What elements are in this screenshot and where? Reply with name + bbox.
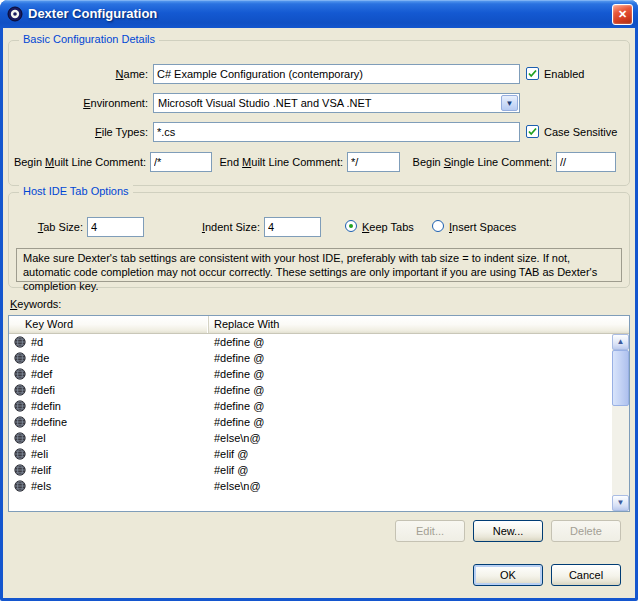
- list-item[interactable]: #el #else\n@: [9, 430, 612, 446]
- replace-cell: #define @: [209, 368, 264, 380]
- scroll-up-button[interactable]: ▲: [612, 334, 629, 350]
- list-header: Key Word Replace With: [9, 316, 629, 334]
- edit-button: Edit...: [395, 520, 465, 542]
- file-types-input[interactable]: [153, 122, 520, 142]
- tab-size-label: Tab Size:: [28, 217, 83, 237]
- keyword-cell: #def: [31, 368, 52, 380]
- scroll-down-icon: ▼: [613, 496, 628, 510]
- enabled-checkbox[interactable]: [526, 67, 539, 80]
- list-rows: #d #define @ #de #define @ #def #define …: [9, 334, 612, 511]
- list-item[interactable]: #els #else\n@: [9, 478, 612, 494]
- scrollbar-thumb[interactable]: [612, 350, 629, 406]
- insert-spaces-label: Insert Spaces: [449, 217, 516, 237]
- ok-button[interactable]: OK: [473, 564, 543, 586]
- replace-cell: #define @: [209, 416, 264, 428]
- keep-tabs-radio[interactable]: [345, 220, 357, 232]
- list-item[interactable]: #d #define @: [9, 334, 612, 350]
- insert-spaces-radio[interactable]: [432, 220, 444, 232]
- keywords-list: Key Word Replace With #d #define @ #de #…: [8, 315, 630, 512]
- dialog-window: Dexter Configuration ✕ Basic Configurati…: [0, 0, 638, 601]
- environment-select[interactable]: Microsoft Visual Studio .NET and VSA .NE…: [153, 93, 520, 113]
- keyword-cell: #eli: [31, 448, 48, 460]
- radio-dot-icon: [349, 224, 353, 228]
- keep-tabs-label: Keep Tabs: [362, 217, 414, 237]
- list-item[interactable]: #defin #define @: [9, 398, 612, 414]
- globe-icon: [14, 384, 26, 396]
- list-item[interactable]: #elif #elif @: [9, 462, 612, 478]
- name-label: Name:: [13, 64, 148, 84]
- end-multiline-comment-input[interactable]: [347, 152, 400, 172]
- tab-options-group-caption: Host IDE Tab Options: [19, 185, 133, 197]
- tab-size-input[interactable]: [87, 217, 144, 237]
- tab-settings-note: Make sure Dexter's tab settings are cons…: [16, 248, 622, 282]
- begin-multiline-comment-label: Begin Muilt Line Comment:: [13, 152, 146, 172]
- basic-group-caption: Basic Configuration Details: [19, 33, 159, 45]
- case-sensitive-checkbox[interactable]: [526, 125, 539, 138]
- replace-cell: #elif @: [209, 464, 248, 476]
- globe-icon: [14, 336, 26, 348]
- globe-icon: [14, 480, 26, 492]
- replace-cell: #define @: [209, 384, 264, 396]
- scroll-up-icon: ▲: [613, 335, 628, 349]
- indent-size-label: Indent Size:: [158, 217, 260, 237]
- column-header-keyword[interactable]: Key Word: [9, 316, 209, 333]
- globe-icon: [14, 352, 26, 364]
- keywords-label: Keywords:: [10, 294, 61, 314]
- globe-icon: [14, 416, 26, 428]
- list-item[interactable]: #def #define @: [9, 366, 612, 382]
- begin-single-line-comment-label: Begin Single Line Comment:: [403, 152, 552, 172]
- keyword-cell: #define: [31, 416, 67, 428]
- replace-cell: #else\n@: [209, 432, 261, 444]
- app-icon[interactable]: [7, 6, 23, 22]
- replace-cell: #define @: [209, 336, 264, 348]
- file-types-label: File Types:: [13, 122, 148, 142]
- delete-button: Delete: [551, 520, 621, 542]
- replace-cell: #define @: [209, 400, 264, 412]
- begin-single-line-comment-input[interactable]: [556, 152, 616, 172]
- enabled-label: Enabled: [544, 64, 584, 84]
- replace-cell: #else\n@: [209, 480, 261, 492]
- chevron-down-icon: ▼: [502, 96, 517, 112]
- combo-arrow-button[interactable]: ▼: [501, 95, 518, 111]
- new-button[interactable]: New...: [473, 520, 543, 542]
- keyword-cell: #els: [31, 480, 51, 492]
- indent-size-input[interactable]: [264, 217, 321, 237]
- environment-selected-value: Microsoft Visual Studio .NET and VSA .NE…: [158, 94, 372, 112]
- dialog-body: Basic Configuration Details Name: Enable…: [3, 28, 635, 598]
- globe-icon: [14, 464, 26, 476]
- keyword-cell: #defi: [31, 384, 55, 396]
- replace-cell: #elif @: [209, 448, 248, 460]
- close-icon: ✕: [618, 8, 627, 20]
- name-input[interactable]: [153, 64, 520, 84]
- globe-icon: [14, 368, 26, 380]
- keyword-cell: #de: [31, 352, 49, 364]
- replace-cell: #define @: [209, 352, 264, 364]
- keyword-cell: #d: [31, 336, 43, 348]
- close-button[interactable]: ✕: [612, 4, 633, 25]
- keyword-cell: #elif: [31, 464, 51, 476]
- vertical-scrollbar[interactable]: ▲ ▼: [612, 334, 629, 511]
- case-sensitive-label: Case Sensitive: [544, 122, 617, 142]
- cancel-button[interactable]: Cancel: [551, 564, 621, 586]
- globe-icon: [14, 448, 26, 460]
- list-item[interactable]: #de #define @: [9, 350, 612, 366]
- list-item[interactable]: #eli #elif @: [9, 446, 612, 462]
- end-multiline-comment-label: End Muilt Line Comment:: [217, 152, 343, 172]
- environment-label: Environment:: [13, 93, 148, 113]
- keyword-cell: #defin: [31, 400, 61, 412]
- globe-icon: [14, 400, 26, 412]
- globe-icon: [14, 432, 26, 444]
- scroll-down-button[interactable]: ▼: [612, 495, 629, 511]
- check-icon: [528, 127, 537, 136]
- column-header-replace[interactable]: Replace With: [209, 316, 629, 333]
- begin-multiline-comment-input[interactable]: [150, 152, 212, 172]
- check-icon: [528, 69, 537, 78]
- keyword-cell: #el: [31, 432, 46, 444]
- window-title: Dexter Configuration: [28, 0, 157, 28]
- list-item[interactable]: #define #define @: [9, 414, 612, 430]
- list-item[interactable]: #defi #define @: [9, 382, 612, 398]
- titlebar[interactable]: Dexter Configuration ✕: [0, 0, 638, 28]
